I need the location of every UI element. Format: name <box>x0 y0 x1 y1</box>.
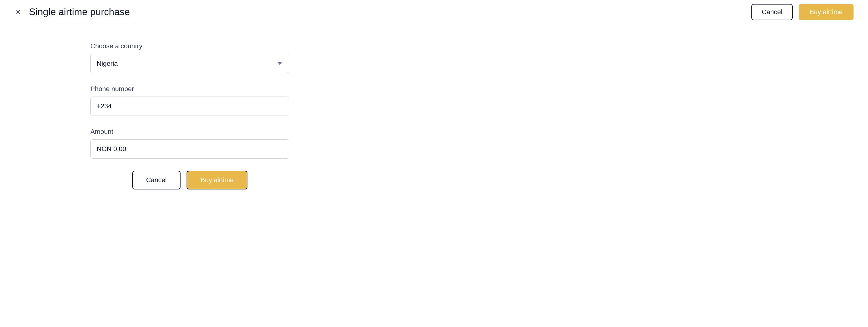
form-content: Choose a country Nigeria Ghana Kenya Sou… <box>0 24 868 189</box>
page-header: × Single airtime purchase Cancel Buy air… <box>0 0 868 24</box>
country-select[interactable]: Nigeria Ghana Kenya South Africa <box>90 54 289 73</box>
header-cancel-button[interactable]: Cancel <box>751 4 792 20</box>
amount-input[interactable] <box>90 139 289 159</box>
country-group: Choose a country Nigeria Ghana Kenya Sou… <box>90 42 868 73</box>
amount-label: Amount <box>90 128 868 136</box>
header-left: × Single airtime purchase <box>14 6 130 18</box>
form-cancel-button[interactable]: Cancel <box>132 171 181 189</box>
header-right: Cancel Buy airtime <box>751 4 854 20</box>
phone-input[interactable] <box>90 96 289 116</box>
phone-label: Phone number <box>90 85 868 93</box>
form-actions: Cancel Buy airtime <box>90 171 289 189</box>
page-title: Single airtime purchase <box>29 6 130 18</box>
amount-group: Amount <box>90 128 868 159</box>
form-buy-airtime-button[interactable]: Buy airtime <box>187 171 247 189</box>
header-buy-airtime-button[interactable]: Buy airtime <box>799 4 854 20</box>
phone-group: Phone number <box>90 85 868 116</box>
country-label: Choose a country <box>90 42 868 50</box>
close-button[interactable]: × <box>14 7 22 18</box>
country-select-wrapper: Nigeria Ghana Kenya South Africa <box>90 54 289 73</box>
